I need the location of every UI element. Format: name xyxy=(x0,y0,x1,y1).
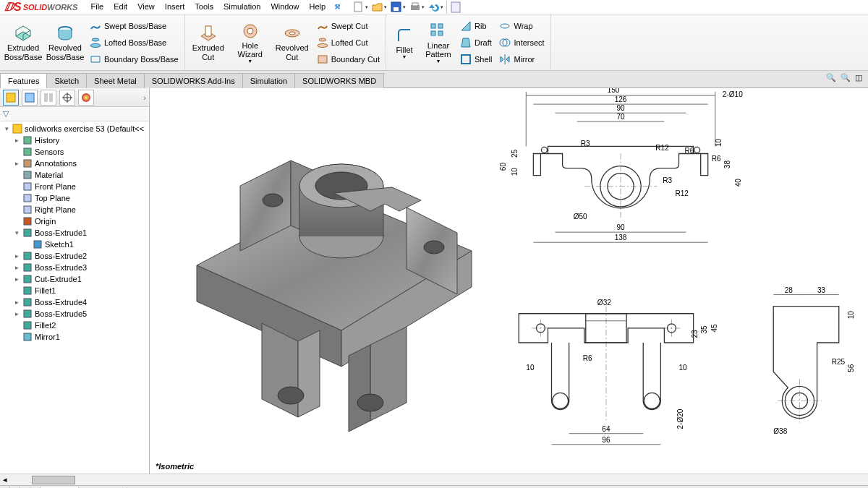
tree-root[interactable]: ▾solidworks exercise 53 (Default<< xyxy=(0,123,149,134)
swept-boss-button[interactable]: Swept Boss/Base xyxy=(87,18,182,34)
draft-button[interactable]: Draft xyxy=(457,35,495,51)
view-orientation-icon[interactable]: ◫ xyxy=(855,73,862,82)
tree-item[interactable]: Front Plane xyxy=(0,181,149,192)
svg-point-14 xyxy=(319,38,326,41)
hole-wizard-button[interactable]: Hole Wizard▼ xyxy=(230,17,271,69)
tab-simulation[interactable]: Simulation xyxy=(242,73,295,88)
svg-text:Ø50: Ø50 xyxy=(574,213,587,221)
svg-point-52 xyxy=(263,194,283,207)
lofted-boss-button[interactable]: Lofted Boss/Base xyxy=(87,35,182,51)
rebuild-icon[interactable] xyxy=(446,1,462,14)
shell-button[interactable]: Shell xyxy=(457,51,495,67)
wrap-button[interactable]: Wrap xyxy=(496,18,547,34)
tree-item[interactable]: ▸Boss-Extrude2 xyxy=(0,250,149,262)
svg-text:90: 90 xyxy=(616,104,625,112)
tree-item[interactable]: ▸Cut-Extrude1 xyxy=(0,273,149,285)
feature-tree-tab-icon[interactable] xyxy=(3,90,19,106)
panel-more-icon[interactable]: › xyxy=(143,93,146,102)
zoom-area-icon[interactable]: 🔍 xyxy=(841,73,851,82)
svg-text:33: 33 xyxy=(817,286,826,294)
tree-item[interactable]: Sensors xyxy=(0,146,149,158)
svg-rect-41 xyxy=(24,218,31,225)
swept-cut-button[interactable]: Swept Cut xyxy=(314,18,383,34)
tree-item[interactable]: Top Plane xyxy=(0,192,149,204)
tab-sheet-metal[interactable]: Sheet Metal xyxy=(86,73,145,88)
undo-icon[interactable]: ▾ xyxy=(427,1,443,14)
command-tabs: Features Sketch Sheet Metal SOLIDWORKS A… xyxy=(0,71,868,88)
zoom-fit-icon[interactable]: 🔍 xyxy=(826,73,836,82)
intersect-button[interactable]: Intersect xyxy=(496,35,547,51)
svg-text:126: 126 xyxy=(615,95,627,103)
tab-mbd[interactable]: SOLIDWORKS MBD xyxy=(294,73,384,88)
mirror-button[interactable]: Mirror xyxy=(496,51,547,67)
save-icon[interactable]: ▾ xyxy=(390,1,406,14)
tab-features[interactable]: Features xyxy=(0,73,47,88)
svg-rect-28 xyxy=(49,93,53,102)
graphics-area[interactable]: *Isometric 150 126 90 xyxy=(150,88,868,474)
extruded-boss-button[interactable]: Extruded Boss/Base xyxy=(3,17,43,69)
svg-point-57 xyxy=(278,387,304,404)
svg-text:64: 64 xyxy=(602,425,610,433)
config-manager-tab-icon[interactable] xyxy=(41,90,56,106)
svg-rect-48 xyxy=(24,299,31,306)
svg-rect-26 xyxy=(25,93,34,102)
menu-tools[interactable]: Tools xyxy=(190,1,218,13)
svg-rect-16 xyxy=(318,56,327,63)
svg-rect-25 xyxy=(7,93,15,102)
svg-rect-46 xyxy=(24,275,31,283)
tree-item[interactable]: Material xyxy=(0,169,149,181)
heads-up-toolbar: 🔍 🔍 ◫ xyxy=(826,73,862,82)
open-icon[interactable]: ▾ xyxy=(371,1,387,14)
tree-item[interactable]: ▾Boss-Extrude1 xyxy=(0,227,149,239)
svg-rect-20 xyxy=(438,31,443,35)
svg-rect-39 xyxy=(24,194,31,202)
svg-text:Ø38: Ø38 xyxy=(773,427,787,435)
tree-item[interactable]: Origin xyxy=(0,215,149,227)
tree-item[interactable]: Mirror1 xyxy=(0,331,149,343)
revolved-cut-button[interactable]: Revolved Cut xyxy=(272,17,312,69)
svg-text:38: 38 xyxy=(723,160,731,169)
boundary-cut-button[interactable]: Boundary Cut xyxy=(314,51,383,67)
svg-rect-35 xyxy=(24,148,31,155)
dimxpert-tab-icon[interactable] xyxy=(59,90,75,106)
filter-icon[interactable]: ▽ xyxy=(3,109,9,119)
tree-item[interactable]: ▸Annotations xyxy=(0,158,149,169)
svg-point-7 xyxy=(92,38,99,41)
revolved-boss-button[interactable]: Revolved Boss/Base xyxy=(45,17,85,69)
tree-item[interactable]: Sketch1 xyxy=(0,239,149,250)
tab-addins[interactable]: SOLIDWORKS Add-Ins xyxy=(144,73,243,88)
pin-icon[interactable]: ⤲ xyxy=(331,1,344,13)
svg-rect-33 xyxy=(13,124,22,133)
svg-rect-17 xyxy=(431,24,435,28)
tree-item[interactable]: ▸Boss-Extrude5 xyxy=(0,308,149,320)
menu-help[interactable]: Help xyxy=(305,1,331,13)
menu-window[interactable]: Window xyxy=(266,1,303,13)
tab-sketch[interactable]: Sketch xyxy=(46,73,87,88)
property-manager-tab-icon[interactable] xyxy=(22,90,38,106)
tree-item[interactable]: ▸Boss-Extrude3 xyxy=(0,262,149,273)
rib-button[interactable]: Rib xyxy=(457,18,495,34)
tree-item[interactable]: Fillet2 xyxy=(0,320,149,331)
boundary-boss-button[interactable]: Boundary Boss/Base xyxy=(87,51,182,67)
svg-text:R25: R25 xyxy=(832,358,846,366)
lofted-cut-button[interactable]: Lofted Cut xyxy=(314,35,383,51)
menu-simulation[interactable]: Simulation xyxy=(219,1,265,13)
new-doc-icon[interactable]: ▾ xyxy=(352,1,368,14)
feature-tree: ▾solidworks exercise 53 (Default<< ▸Hist… xyxy=(0,121,149,474)
extruded-cut-button[interactable]: Extruded Cut xyxy=(188,17,229,69)
menu-file[interactable]: File xyxy=(86,1,108,13)
tree-item[interactable]: ▸Boss-Extrude4 xyxy=(0,296,149,308)
linear-pattern-button[interactable]: Linear Pattern▼ xyxy=(421,17,456,69)
fillet-button[interactable]: Fillet▼ xyxy=(389,17,420,69)
menu-edit[interactable]: Edit xyxy=(109,1,132,13)
display-manager-tab-icon[interactable] xyxy=(78,90,94,106)
menu-insert[interactable]: Insert xyxy=(161,1,190,13)
print-icon[interactable]: ▾ xyxy=(409,1,425,14)
horizontal-scrollbar[interactable]: ◂ xyxy=(0,474,868,485)
tree-item[interactable]: Right Plane xyxy=(0,204,149,215)
tree-item[interactable]: Fillet1 xyxy=(0,285,149,296)
svg-text:23: 23 xyxy=(691,330,699,338)
menu-view[interactable]: View xyxy=(133,1,159,13)
svg-rect-51 xyxy=(24,333,31,341)
tree-item[interactable]: ▸History xyxy=(0,134,149,146)
